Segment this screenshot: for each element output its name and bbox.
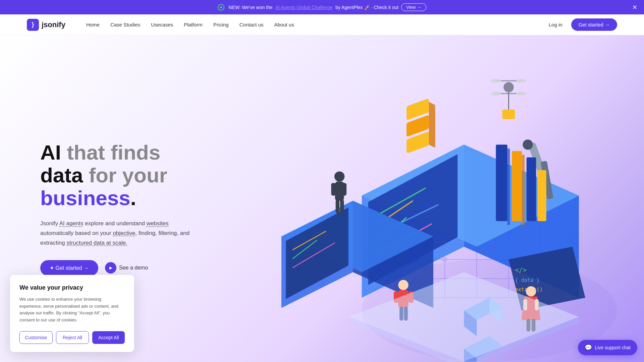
svg-rect-42 (507, 148, 510, 225)
svg-point-40 (523, 139, 533, 149)
hero-left: AI that finds data for your business. Js… (40, 141, 221, 276)
nav-item-case-studies[interactable]: Case Studies (106, 22, 144, 28)
svg-rect-45 (527, 158, 536, 221)
cookie-buttons: Customise Reject All Accept All (19, 331, 125, 344)
customise-button[interactable]: Customise (19, 331, 53, 344)
play-icon: ▶ (105, 262, 116, 274)
svg-text:{ data }: { data } (515, 277, 539, 283)
nav-get-started-button[interactable]: Get started → (571, 18, 617, 31)
svg-rect-43 (512, 151, 522, 221)
svg-rect-55 (336, 199, 339, 214)
hero-see-demo-button[interactable]: ▶ See a demo (105, 262, 148, 274)
svg-rect-46 (537, 170, 546, 221)
banner-close-button[interactable]: ✕ (632, 4, 637, 10)
login-button[interactable]: Log in (544, 19, 567, 30)
banner-view-button[interactable]: View → (401, 3, 426, 11)
svg-point-33 (491, 92, 501, 95)
hero-illustration: </> { data } extract() (221, 55, 617, 362)
nav-item-pricing[interactable]: Pricing (209, 22, 233, 28)
nav-item-platform[interactable]: Platform (180, 22, 207, 28)
cookie-title: We value your privacy (19, 284, 125, 291)
svg-point-51 (334, 171, 344, 181)
nav-item-contact[interactable]: Contact us (235, 22, 268, 28)
svg-rect-36 (502, 110, 515, 119)
svg-rect-54 (342, 183, 346, 196)
chat-icon: 💬 (585, 344, 592, 351)
nav-item-home[interactable]: Home (82, 22, 104, 28)
navbar: } jsonify Home Case Studies Usecases Pla… (0, 14, 644, 35)
hero-illustration-area: </> { data } extract() (221, 55, 617, 362)
svg-point-2 (442, 257, 447, 262)
cookie-banner: We value your privacy We use cookies to … (10, 275, 134, 352)
reject-all-button[interactable]: Reject All (56, 331, 89, 344)
svg-point-31 (491, 79, 501, 82)
banner-suffix: by AgentPlex 🚀 · Check it out (335, 5, 398, 10)
hero-ctas: ✦ Get started → ▶ See a demo (40, 260, 221, 276)
accept-all-button[interactable]: Accept All (92, 331, 125, 344)
svg-point-57 (526, 286, 536, 296)
svg-point-34 (516, 92, 526, 95)
svg-marker-27 (429, 102, 435, 148)
svg-text:</>: </> (515, 266, 526, 274)
nav-item-about[interactable]: About us (270, 22, 298, 28)
svg-rect-53 (331, 183, 335, 196)
cookie-description: We use cookies to enhance your browsing … (19, 296, 125, 324)
announcement-banner: NEW: We've won the AI Agents Global Chal… (0, 0, 644, 14)
svg-point-0 (220, 6, 222, 8)
hero-description: Jsonify AI agents explore and understand… (40, 219, 195, 248)
svg-rect-44 (522, 155, 525, 225)
nav-links: Home Case Studies Usecases Platform Pric… (82, 22, 537, 28)
hero-title: AI that finds data for your business. (40, 141, 221, 210)
svg-rect-41 (496, 144, 507, 221)
svg-point-28 (503, 82, 514, 92)
live-chat-label: Live support chat (595, 345, 631, 350)
nav-item-usecases[interactable]: Usecases (147, 22, 177, 28)
banner-link[interactable]: AI Agents Global Challenge (275, 5, 333, 10)
logo-icon: } (27, 19, 39, 31)
svg-point-32 (516, 79, 526, 82)
hero-get-started-button[interactable]: ✦ Get started → (40, 260, 98, 276)
banner-circle-icon (218, 4, 224, 11)
nav-right: Log in Get started → (544, 18, 617, 31)
banner-prefix: NEW: We've won the (228, 5, 272, 10)
svg-rect-56 (340, 199, 344, 214)
svg-point-63 (398, 280, 408, 290)
live-chat-button[interactable]: 💬 Live support chat (578, 340, 637, 355)
logo-text: jsonify (42, 20, 65, 29)
logo[interactable]: } jsonify (27, 19, 65, 31)
